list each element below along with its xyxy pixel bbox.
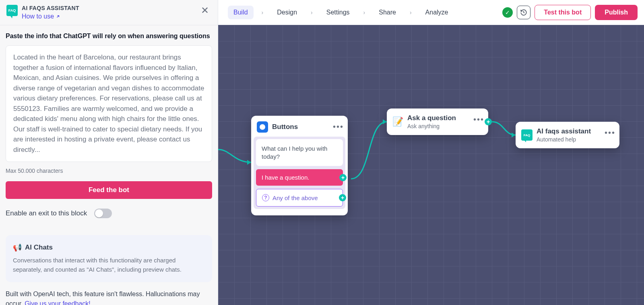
tab-design[interactable]: Design bbox=[271, 6, 303, 19]
flow-node-ask-question[interactable]: 📝 Ask a question Ask anything ••• + bbox=[387, 108, 488, 135]
history-button[interactable] bbox=[517, 6, 530, 19]
megaphone-icon: 📢 bbox=[13, 243, 22, 252]
how-to-use-link[interactable]: How to use bbox=[22, 13, 60, 20]
ai-chats-notice: 📢 AI Chats Conversations that interact w… bbox=[6, 235, 212, 282]
exit-label: Enable an exit to this block bbox=[6, 209, 87, 217]
node-header: Buttons ••• bbox=[251, 116, 348, 137]
node-header: FAQ AI faqs assistant Automated help ••• bbox=[516, 122, 619, 147]
flow-canvas[interactable]: Buttons ••• What can I help you with tod… bbox=[218, 25, 644, 305]
panel-title: AI FAQS ASSISTANT bbox=[22, 5, 79, 11]
notice-title: AI Chats bbox=[25, 244, 53, 252]
flow-node-buttons[interactable]: Buttons ••• What can I help you with tod… bbox=[251, 116, 348, 215]
option-any-above[interactable]: ? Any of the above + bbox=[256, 189, 343, 207]
buttons-body: What can I help you with today? I have a… bbox=[254, 137, 345, 209]
tab-settings[interactable]: Settings bbox=[321, 6, 355, 19]
option-label: Any of the above bbox=[272, 194, 318, 201]
node-title: Buttons bbox=[272, 123, 298, 131]
nav-tabs: Build › Design › Settings › Share › Anal… bbox=[228, 6, 454, 19]
info-textarea[interactable] bbox=[6, 45, 212, 162]
faq-icon: FAQ bbox=[521, 129, 533, 141]
char-limit-label: Max 50.000 characters bbox=[6, 168, 212, 174]
node-subtitle: Automated help bbox=[537, 136, 591, 143]
test-bot-button[interactable]: Test this bot bbox=[535, 5, 591, 20]
feed-bot-button[interactable]: Feed the bot bbox=[6, 181, 212, 199]
builder-area: Build › Design › Settings › Share › Anal… bbox=[218, 0, 644, 305]
option-have-question[interactable]: I have a question. + bbox=[256, 169, 343, 186]
node-menu-icon[interactable]: ••• bbox=[473, 115, 484, 124]
exit-toggle-row: Enable an exit to this block bbox=[6, 209, 212, 218]
connector-dot-icon[interactable]: + bbox=[339, 174, 347, 181]
panel-header: FAQ AI FAQS ASSISTANT How to use ✕ bbox=[0, 0, 218, 25]
feedback-link[interactable]: Give us your feedback! bbox=[25, 300, 91, 305]
node-title: Ask a question bbox=[407, 114, 456, 122]
nav-sep: › bbox=[410, 9, 412, 16]
faq-icon: FAQ bbox=[6, 5, 18, 16]
tab-analyze[interactable]: Analyze bbox=[420, 6, 454, 19]
svg-marker-2 bbox=[512, 133, 516, 137]
nav-sep: › bbox=[363, 9, 365, 16]
config-panel: FAQ AI FAQS ASSISTANT How to use ✕ Paste… bbox=[0, 0, 218, 305]
svg-marker-1 bbox=[383, 119, 387, 124]
node-menu-icon[interactable]: ••• bbox=[605, 128, 615, 137]
how-to-use-label: How to use bbox=[22, 13, 54, 20]
notice-title-row: 📢 AI Chats bbox=[13, 243, 205, 252]
node-text: AI faqs assistant Automated help bbox=[537, 127, 591, 143]
close-icon[interactable]: ✕ bbox=[198, 5, 211, 16]
nav-right: ✓ Test this bot Publish bbox=[502, 5, 638, 20]
option-label: I have a question. bbox=[262, 174, 309, 181]
tab-share[interactable]: Share bbox=[373, 6, 402, 19]
node-title: AI faqs assistant bbox=[537, 127, 591, 135]
node-menu-icon[interactable]: ••• bbox=[333, 122, 344, 131]
history-icon bbox=[520, 9, 527, 16]
pencil-note-icon: 📝 bbox=[392, 117, 403, 127]
prompt-message[interactable]: What can I help you with today? bbox=[256, 139, 343, 166]
nav-sep: › bbox=[311, 9, 313, 16]
exit-toggle[interactable] bbox=[94, 209, 112, 218]
connector-dot-icon[interactable]: + bbox=[485, 118, 492, 125]
node-text: Ask a question Ask anything bbox=[407, 114, 456, 129]
svg-marker-0 bbox=[247, 160, 251, 165]
status-ok-icon: ✓ bbox=[502, 7, 513, 18]
question-circle-icon: ? bbox=[262, 194, 269, 201]
connector-dot-icon[interactable]: + bbox=[339, 194, 346, 201]
paste-label: Paste the info that ChatGPT will rely on… bbox=[6, 33, 212, 40]
disclaimer: Built with OpenAI tech, this feature isn… bbox=[6, 289, 212, 305]
notice-body: Conversations that interact with this fu… bbox=[13, 256, 205, 274]
flow-node-ai-faqs-assistant[interactable]: FAQ AI faqs assistant Automated help ••• bbox=[516, 122, 619, 148]
nav-sep: › bbox=[262, 9, 264, 16]
panel-body: Paste the info that ChatGPT will rely on… bbox=[0, 25, 218, 305]
publish-button[interactable]: Publish bbox=[595, 5, 638, 20]
top-nav: Build › Design › Settings › Share › Anal… bbox=[218, 0, 644, 25]
tab-build[interactable]: Build bbox=[228, 6, 254, 19]
node-header: 📝 Ask a question Ask anything ••• bbox=[387, 108, 488, 133]
external-link-icon bbox=[56, 14, 60, 19]
radio-icon bbox=[257, 121, 268, 133]
node-subtitle: Ask anything bbox=[407, 123, 456, 129]
panel-title-block: AI FAQS ASSISTANT How to use bbox=[22, 5, 79, 20]
